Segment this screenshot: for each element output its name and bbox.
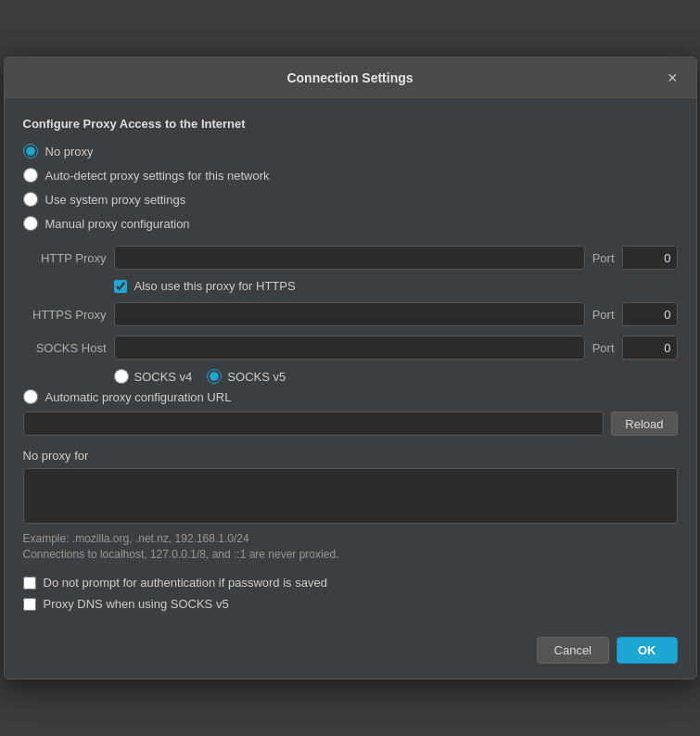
no-auth-prompt-checkbox[interactable]: [23, 577, 36, 590]
auto-proxy-url-input[interactable]: [23, 412, 605, 436]
radio-no-proxy-label: No proxy: [45, 145, 94, 159]
https-port-input[interactable]: [622, 302, 678, 326]
socks-v5-label[interactable]: SOCKS v5: [207, 369, 286, 384]
radio-auto-detect[interactable]: Auto-detect proxy settings for this netw…: [23, 168, 678, 183]
socks-host-row: SOCKS Host Port: [23, 336, 678, 360]
socks-version-row: SOCKS v4 SOCKS v5: [114, 369, 678, 384]
no-proxy-textarea[interactable]: [23, 468, 678, 524]
radio-auto-detect-input[interactable]: [23, 168, 38, 183]
radio-system-proxy[interactable]: Use system proxy settings: [23, 192, 678, 207]
no-proxy-section: No proxy for Example: .mozilla.org, .net…: [23, 449, 678, 561]
dialog-buttons: Cancel OK: [5, 626, 696, 679]
radio-manual-proxy-label: Manual proxy configuration: [45, 217, 190, 231]
radio-manual-proxy[interactable]: Manual proxy configuration: [23, 216, 678, 231]
connection-settings-dialog: Connection Settings × Configure Proxy Ac…: [4, 57, 697, 679]
auto-proxy-section: Automatic proxy configuration URL Reload: [23, 389, 678, 436]
socks-v5-text: SOCKS v5: [227, 370, 286, 384]
localhost-note: Connections to localhost, 127.0.0.1/8, a…: [23, 548, 678, 561]
close-button[interactable]: ×: [662, 68, 683, 88]
https-port-label: Port: [592, 308, 615, 322]
ok-button[interactable]: OK: [617, 637, 678, 664]
bottom-checkboxes: Do not prompt for authentication if pass…: [23, 576, 678, 611]
reload-button[interactable]: Reload: [611, 412, 677, 436]
cancel-button[interactable]: Cancel: [537, 637, 609, 664]
socks-host-label: SOCKS Host: [23, 341, 107, 355]
radio-auto-proxy-url-label: Automatic proxy configuration URL: [45, 390, 232, 404]
socks-v4-label[interactable]: SOCKS v4: [114, 369, 193, 384]
radio-no-proxy-input[interactable]: [23, 144, 38, 159]
socks-host-input[interactable]: [114, 336, 585, 360]
radio-system-proxy-label: Use system proxy settings: [45, 193, 186, 207]
dialog-content: Configure Proxy Access to the Internet N…: [5, 98, 696, 626]
also-https-label[interactable]: Also use this proxy for HTTPS: [134, 279, 296, 293]
also-https-row: Also use this proxy for HTTPS: [114, 279, 678, 293]
auto-proxy-url-row: Reload: [23, 412, 678, 436]
https-proxy-input[interactable]: [114, 302, 585, 326]
dialog-title: Connection Settings: [286, 70, 413, 85]
http-proxy-input[interactable]: [114, 246, 585, 270]
proxy-dns-checkbox[interactable]: [23, 598, 36, 611]
https-proxy-label: HTTPS Proxy: [23, 308, 107, 322]
radio-auto-proxy-url-input[interactable]: [23, 389, 38, 404]
socks-v4-text: SOCKS v4: [134, 370, 193, 384]
no-auth-prompt-row: Do not prompt for authentication if pass…: [23, 576, 678, 590]
socks-port-input[interactable]: [622, 336, 678, 360]
section-title: Configure Proxy Access to the Internet: [23, 117, 678, 131]
proxy-radio-group: No proxy Auto-detect proxy settings for …: [23, 144, 678, 231]
proxy-dns-label[interactable]: Proxy DNS when using SOCKS v5: [44, 597, 229, 611]
http-port-input[interactable]: [622, 246, 678, 270]
example-text: Example: .mozilla.org, .net.nz, 192.168.…: [23, 532, 678, 545]
http-proxy-label: HTTP Proxy: [23, 251, 107, 265]
no-auth-prompt-label[interactable]: Do not prompt for authentication if pass…: [44, 576, 327, 590]
proxy-dns-row: Proxy DNS when using SOCKS v5: [23, 597, 678, 611]
https-proxy-row: HTTPS Proxy Port: [23, 302, 678, 326]
radio-manual-proxy-input[interactable]: [23, 216, 38, 231]
radio-system-proxy-input[interactable]: [23, 192, 38, 207]
radio-no-proxy[interactable]: No proxy: [23, 144, 678, 159]
titlebar: Connection Settings ×: [5, 57, 696, 98]
http-port-label: Port: [592, 251, 615, 265]
http-proxy-row: HTTP Proxy Port: [23, 246, 678, 270]
manual-proxy-fields: HTTP Proxy Port Also use this proxy for …: [23, 246, 678, 384]
socks-port-label: Port: [592, 341, 615, 355]
radio-auto-proxy-url[interactable]: Automatic proxy configuration URL: [23, 389, 678, 404]
socks-v4-radio[interactable]: [114, 369, 129, 384]
socks-v5-radio[interactable]: [207, 369, 222, 384]
no-proxy-title: No proxy for: [23, 449, 678, 463]
also-https-checkbox[interactable]: [114, 280, 127, 293]
radio-auto-detect-label: Auto-detect proxy settings for this netw…: [45, 169, 270, 183]
